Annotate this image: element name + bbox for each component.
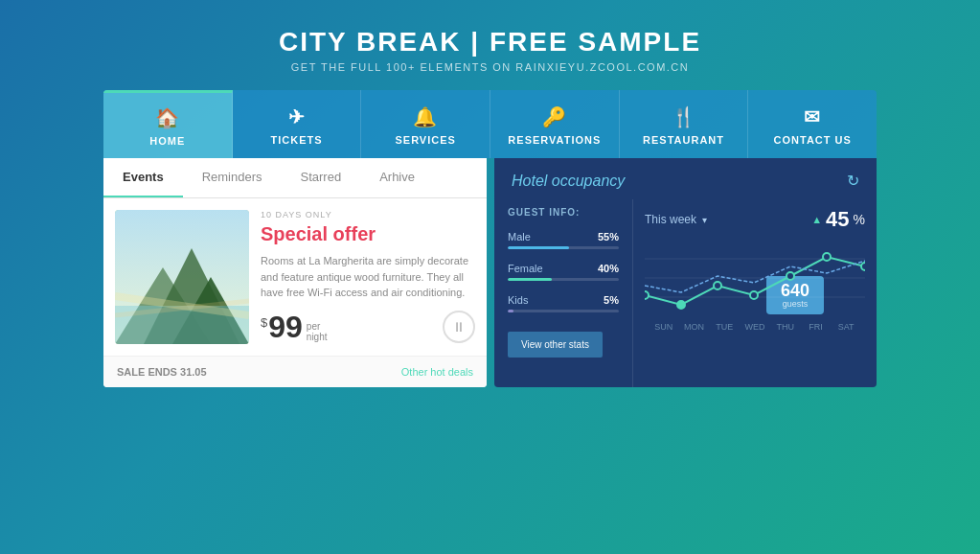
sale-ends-label: SALE ENDS 31.05 <box>117 366 207 378</box>
refresh-icon[interactable]: ↻ <box>847 172 859 190</box>
offer-desc: Rooms at La Margherita are simply decora… <box>261 253 475 301</box>
nav-tickets-label: TICKETS <box>270 134 322 146</box>
nav-services-label: SERVICES <box>395 134 455 146</box>
offer-card: ♥ <box>103 198 487 356</box>
day-fri: FRI <box>801 322 832 332</box>
tab-starred[interactable]: Starred <box>282 158 361 197</box>
page-title: CITY BREAK | FREE SAMPLE <box>0 27 980 58</box>
view-stats-button[interactable]: View other stats <box>508 332 603 358</box>
pause-button[interactable]: ⏸ <box>443 311 475 343</box>
pct-display: ▲ 45 % <box>811 207 865 232</box>
home-icon: 🏠 <box>155 106 180 129</box>
nav-tickets[interactable]: ✈ TICKETS <box>233 90 362 158</box>
tabs: Events Reminders Starred Arhive <box>103 158 487 198</box>
days-only-label: 10 DAYS ONLY <box>261 210 475 219</box>
price-display: $ 99 per night <box>261 312 328 342</box>
svg-point-12 <box>714 282 721 289</box>
stat-male-bar-bg <box>508 246 619 249</box>
price-row: $ 99 per night ⏸ <box>261 311 475 343</box>
nav-home[interactable]: 🏠 HOME <box>103 90 233 158</box>
tickets-icon: ✈ <box>288 105 306 128</box>
page-subtitle: GET THE FULL 100+ ELEMENTS ON RAINXIEYU.… <box>0 61 980 73</box>
svg-point-14 <box>786 272 794 280</box>
chart-area: This week ▾ ▲ 45 % 640 guests <box>633 199 877 387</box>
panel-header: Hotel occupancy ↻ <box>494 158 877 199</box>
stat-kids-bar-fill <box>508 310 513 312</box>
nav-restaurant-label: RESTAURANT <box>643 134 724 146</box>
panel-body: GUEST INFO: Male 55% Female 40% <box>494 199 877 387</box>
card-image: ♥ <box>115 210 249 344</box>
guest-info-label: GUEST INFO: <box>508 207 619 218</box>
right-panel: Hotel occupancy ↻ GUEST INFO: Male 55% <box>494 158 877 387</box>
card-illustration <box>115 210 249 344</box>
stat-kids: Kids 5% <box>508 294 619 312</box>
svg-point-15 <box>823 253 831 261</box>
day-labels: SUN MON TUE WED THU FRI SAT <box>645 322 865 332</box>
day-sat: SAT <box>831 322 861 332</box>
card-content: 10 DAYS ONLY Special offer Rooms at La M… <box>261 210 475 344</box>
stat-female-bar-bg <box>508 278 619 281</box>
tab-events[interactable]: Events <box>103 158 183 197</box>
pct-up-arrow: ▲ <box>811 214 822 225</box>
main-content: Events Reminders Starred Arhive ♥ <box>103 158 877 387</box>
chart-header: This week ▾ ▲ 45 % <box>645 207 865 232</box>
nav-reservations[interactable]: 🔑 RESERVATIONS <box>490 90 620 158</box>
reservations-icon: 🔑 <box>542 105 567 128</box>
nav-services[interactable]: 🔔 SERVICES <box>361 90 490 158</box>
svg-point-10 <box>645 291 649 299</box>
svg-point-11 <box>677 301 685 309</box>
nav-contact-label: CONTACT US <box>774 134 852 146</box>
nav-home-label: HOME <box>149 135 185 147</box>
chevron-down-icon: ▾ <box>702 215 707 225</box>
left-panel: Events Reminders Starred Arhive ♥ <box>103 158 487 387</box>
card-footer: SALE ENDS 31.05 Other hot deals <box>103 356 487 387</box>
price-number: 99 <box>268 312 303 342</box>
stat-male-bar-fill <box>508 246 569 249</box>
nav-restaurant[interactable]: 🍴 RESTAURANT <box>620 90 749 158</box>
nav-reservations-label: RESERVATIONS <box>508 134 601 146</box>
occupancy-title: Hotel occupancy <box>512 173 625 190</box>
stat-female-bar-fill <box>508 278 552 281</box>
guest-info-panel: GUEST INFO: Male 55% Female 40% <box>494 199 633 387</box>
day-wed: WED <box>740 322 770 332</box>
svg-point-13 <box>750 291 758 299</box>
tab-reminders[interactable]: Reminders <box>183 158 282 197</box>
stat-kids-row: Kids 5% <box>508 294 619 306</box>
tab-archive[interactable]: Arhive <box>360 158 434 197</box>
nav-contact[interactable]: ✉ CONTACT US <box>748 90 877 158</box>
services-icon: 🔔 <box>413 105 438 128</box>
stat-female: Female 40% <box>508 263 619 281</box>
day-tue: TUE <box>709 322 740 332</box>
stat-male-row: Male 55% <box>508 231 619 242</box>
contact-icon: ✉ <box>804 105 821 128</box>
stat-female-row: Female 40% <box>508 263 619 274</box>
chart-svg-wrap: SUN MON TUE WED THU FRI SAT <box>645 240 865 332</box>
header: CITY BREAK | FREE SAMPLE GET THE FULL 10… <box>0 0 980 90</box>
stat-kids-bar-bg <box>508 310 619 312</box>
pct-value: 45 <box>826 207 849 232</box>
hot-deals-link[interactable]: Other hot deals <box>401 366 473 378</box>
svg-point-16 <box>861 263 865 270</box>
price-dollar: $ <box>261 315 267 330</box>
main-nav: 🏠 HOME ✈ TICKETS 🔔 SERVICES 🔑 RESERVATIO… <box>103 90 877 158</box>
restaurant-icon: 🍴 <box>672 105 696 128</box>
pct-symbol: % <box>854 212 865 227</box>
day-thu: THU <box>770 322 801 332</box>
offer-title: Special offer <box>261 223 475 245</box>
day-sun: SUN <box>649 322 679 332</box>
day-mon: MON <box>679 322 710 332</box>
price-per: per night <box>307 321 328 342</box>
week-selector[interactable]: This week ▾ <box>645 213 707 226</box>
occupancy-chart <box>645 240 865 316</box>
stat-male: Male 55% <box>508 231 619 249</box>
